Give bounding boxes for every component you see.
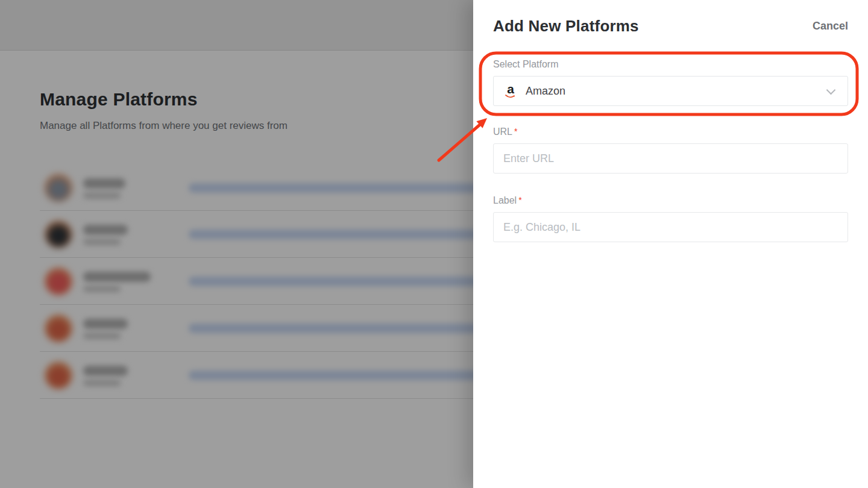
add-platform-panel: Add New Platforms Cancel Select Platform… bbox=[473, 0, 868, 488]
required-asterisk: * bbox=[518, 195, 521, 205]
label-label: Label* bbox=[493, 195, 848, 206]
panel-title: Add New Platforms bbox=[493, 17, 848, 36]
required-asterisk: * bbox=[514, 127, 517, 136]
platform-select[interactable]: a Amazon bbox=[493, 76, 848, 106]
selected-platform-value: Amazon bbox=[526, 85, 565, 98]
panel-header: Add New Platforms Cancel bbox=[493, 17, 848, 40]
label-input[interactable] bbox=[493, 212, 848, 242]
select-platform-section: Select Platform a Amazon bbox=[493, 59, 848, 106]
chevron-down-icon bbox=[826, 86, 836, 95]
url-label: URL* bbox=[493, 127, 848, 137]
amazon-smile-icon bbox=[505, 95, 516, 99]
cancel-button[interactable]: Cancel bbox=[813, 20, 848, 33]
select-platform-label: Select Platform bbox=[493, 59, 848, 70]
url-input[interactable] bbox=[493, 143, 848, 174]
app-root: Manage Platforms Manage all Platforms fr… bbox=[0, 0, 868, 488]
amazon-icon: a bbox=[503, 84, 518, 99]
url-field-section: URL* bbox=[493, 127, 848, 174]
label-field-section: Label* bbox=[493, 195, 848, 242]
